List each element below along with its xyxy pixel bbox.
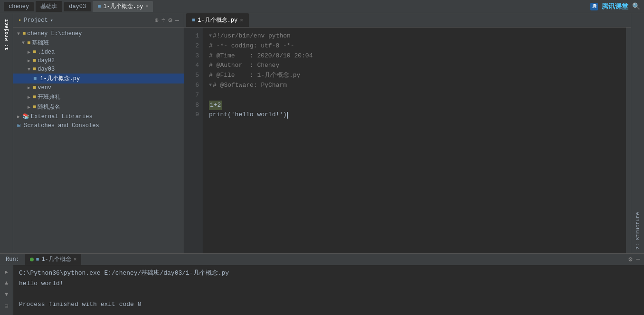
console-line-1: C:\Python36\python.exe E:/cheney/基础班/day… <box>19 268 515 278</box>
tree-item-label: day02 <box>38 57 55 64</box>
tree-item-venv[interactable]: ▶ ■ venv <box>13 83 184 92</box>
tree-item-kaiban[interactable]: ▶ ■ 开班典礼 <box>13 92 184 102</box>
code-line-7 <box>209 91 620 101</box>
add-icon[interactable]: ⊕ <box>154 16 158 24</box>
sidebar-actions: ⊕ ÷ ⚙ — <box>154 16 179 24</box>
sidebar: ▪ Project ▾ ⊕ ÷ ⚙ — ▼ ■ cheney E:\cheney… <box>13 13 184 253</box>
arrow-icon: ▶ <box>17 114 20 120</box>
tree-item-label: Scratches and Consoles <box>24 122 99 129</box>
code-text-highlight: 1+2 <box>209 101 222 111</box>
settings-icon[interactable]: ⚙ <box>628 255 632 263</box>
code-text: # @Software: PyCharm <box>213 81 287 91</box>
fold-icon[interactable]: ▼ <box>209 82 212 89</box>
console-line-2: hello world! <box>19 278 515 289</box>
code-text: # @Time : 2020/8/10 20:04 <box>209 51 313 61</box>
run-tabs-bar: Run: ■ 1-几个概念 × ⚙ — <box>0 254 644 265</box>
tab-close-icon[interactable]: × <box>240 18 243 23</box>
tree-item-label: 随机点名 <box>38 103 60 111</box>
tab-label: cheney <box>9 3 29 10</box>
settings-icon[interactable]: ⚙ <box>168 16 172 24</box>
minus-icon[interactable]: — <box>636 255 640 263</box>
editor-tab-label: 1-几个概念.py <box>198 16 237 24</box>
line-num: 2 <box>190 41 199 51</box>
tab-current-file[interactable]: ■ 1-几个概念.py × <box>93 1 153 12</box>
arrow-icon: ▶ <box>28 104 30 110</box>
arrow-icon: ▶ <box>28 58 30 64</box>
sync-icon[interactable]: ÷ <box>161 17 165 24</box>
tab-label: day03 <box>69 3 86 10</box>
folder-icon: ■ <box>33 57 36 64</box>
scratch-icon: ⊞ <box>17 122 20 129</box>
search-icon[interactable]: 🔍 <box>632 2 640 10</box>
tree-item-root[interactable]: ▼ ■ cheney E:\cheney <box>13 29 184 38</box>
structure-panel-label[interactable]: 2: Structure <box>634 208 642 253</box>
code-editor[interactable]: ▼ #!/usr/bin/env python # -*- coding: ut… <box>203 28 626 253</box>
arrow-icon: ▶ <box>28 85 30 91</box>
chevron-down-icon[interactable]: ▾ <box>50 18 53 23</box>
project-panel-label[interactable]: 1: Project <box>3 15 10 54</box>
tab-cheney[interactable]: cheney <box>4 2 34 11</box>
folder-icon: ■ <box>22 30 26 37</box>
right-scrollbar[interactable] <box>626 28 631 253</box>
tree-item-day03[interactable]: ▼ ■ day03 <box>13 65 184 74</box>
arrow-icon: ▼ <box>22 40 25 46</box>
tencent-title: 腾讯课堂 <box>602 2 628 11</box>
scroll-down-button[interactable]: ▼ <box>2 290 11 299</box>
tab-jichu[interactable]: 基础班 <box>36 1 62 12</box>
tree-button[interactable]: ≡ <box>2 313 11 315</box>
line-num: 4 <box>190 61 199 71</box>
tree-item-suiji[interactable]: ▶ ■ 随机点名 <box>13 102 184 112</box>
tab-label: 基础班 <box>40 2 57 10</box>
line-num: 6 <box>190 81 199 91</box>
console-path-text: C:\Python36\python.exe E:/cheney/基础班/day… <box>19 269 229 277</box>
play-button[interactable]: ▶ <box>2 267 11 277</box>
console-line-3 <box>19 289 515 299</box>
tree-item-idea[interactable]: ▶ ■ .idea <box>13 48 184 56</box>
folder-icon: ▪ <box>18 17 21 24</box>
tab-close-icon[interactable]: × <box>145 4 148 9</box>
fold-icon[interactable]: ▼ <box>209 32 212 40</box>
tree-item-label: cheney E:\cheney <box>27 30 82 37</box>
editor-tabs: ■ 1-几个概念.py × <box>184 13 631 28</box>
url-info: https://blog.csdn.net/weixin_49717998 <box>521 265 644 315</box>
code-text <box>209 91 213 101</box>
code-line-5: # @File : 1-几个概念.py <box>209 71 620 81</box>
tree-item-file-selected[interactable]: ■ 1-几个概念.py <box>13 74 184 83</box>
line-num: 3 <box>190 51 199 61</box>
tree-item-label: 1-几个概念.py <box>40 74 80 83</box>
editor-tab-active[interactable]: ■ 1-几个概念.py × <box>186 13 249 27</box>
folder-icon: ■ <box>33 94 36 101</box>
tree-item-label: day03 <box>38 66 55 73</box>
run-status-dot <box>30 258 34 261</box>
folder-icon: ■ <box>33 104 36 111</box>
tree-item-label: External Libraries <box>31 113 93 120</box>
arrow-icon: ▶ <box>28 94 30 100</box>
run-tab-file-icon: ■ <box>36 257 39 262</box>
scroll-up-button[interactable]: ▲ <box>2 278 11 288</box>
console-output: C:\Python36\python.exe E:/cheney/基础班/day… <box>13 265 521 315</box>
code-text: print <box>209 110 227 120</box>
tree-item-ext-libs[interactable]: ▶ 📚 External Libraries <box>13 112 184 121</box>
editor-content: 1 2 3 4 5 6 7 8 9 ▼ #!/usr/bin/env pytho… <box>184 28 631 253</box>
console-hello: hello world! <box>19 280 64 287</box>
py-file-icon: ■ <box>33 75 37 82</box>
folder-icon: ■ <box>33 84 36 91</box>
tree-item-day02[interactable]: ▶ ■ day02 <box>13 56 184 65</box>
code-line-9: print('hello world!') <box>209 110 620 120</box>
run-tab[interactable]: ■ 1-几个概念 × <box>25 254 82 265</box>
line-num: 1 <box>190 31 199 41</box>
tab-day03[interactable]: day03 <box>64 2 91 11</box>
collapse-icon[interactable]: — <box>175 17 179 24</box>
code-line-2: # -*- coding: utf-8 -*- <box>209 41 620 51</box>
tree-item-jichu[interactable]: ▼ ■ 基础班 <box>13 38 184 48</box>
folder-icon: ■ <box>33 66 36 73</box>
code-text: ('hello world!') <box>227 110 287 120</box>
py-file-icon: ■ <box>97 3 101 10</box>
tree-item-scratches[interactable]: ⊞ Scratches and Consoles <box>13 121 184 130</box>
code-line-6: ▼ # @Software: PyCharm <box>209 81 620 91</box>
code-text: # -*- coding: utf-8 -*- <box>209 41 294 51</box>
code-line-1: ▼ #!/usr/bin/env python <box>209 31 620 41</box>
wrap-button[interactable]: ⊟ <box>2 301 11 311</box>
run-tab-close-icon[interactable]: × <box>74 257 77 262</box>
py-icon: ■ <box>192 17 195 24</box>
